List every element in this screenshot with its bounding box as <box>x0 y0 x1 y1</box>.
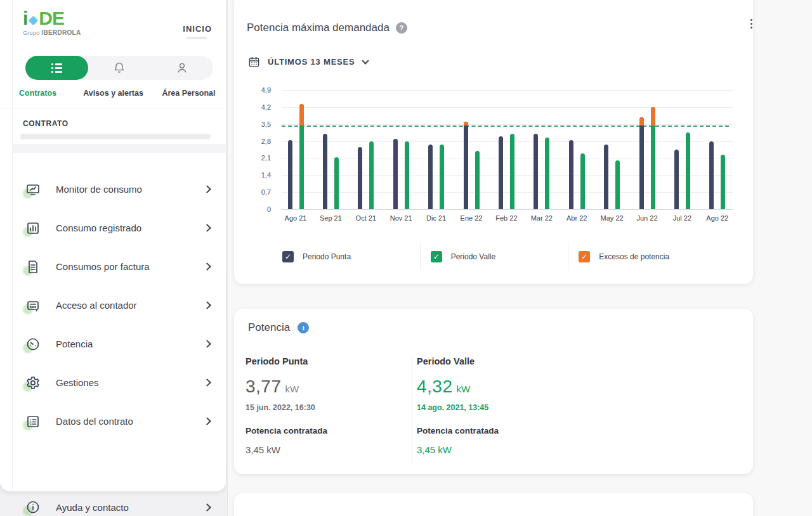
x-tick-label: Oct 21 <box>348 214 384 222</box>
legend-excesos: ✓ Excesos de potencia <box>568 243 716 270</box>
contracted-power-value: 3,45 kW <box>246 444 404 455</box>
inicio-skeleton <box>187 37 207 39</box>
checkbox-periodo-punta[interactable]: ✓ <box>282 251 294 262</box>
logo-diamond-icon <box>29 15 39 25</box>
tab-label-avisos[interactable]: Avisos y alertas <box>75 89 151 98</box>
sidebar-item-datos-del-contrato[interactable]: Datos del contrato <box>0 402 226 441</box>
chevron-right-icon <box>203 378 211 387</box>
bar-punta-Oct-21 <box>358 147 362 209</box>
y-tick-label: 0,7 <box>261 188 271 196</box>
sidebar-item-ayuda-y-contacto[interactable]: Ayuda y contacto <box>0 500 226 515</box>
bar-valle-Oct-21 <box>369 141 374 209</box>
x-tick-label: Jul 22 <box>664 214 700 222</box>
checkbox-periodo-valle[interactable]: ✓ <box>431 251 442 262</box>
bar-valle-Sep-21 <box>334 157 339 209</box>
x-tick-label: Ago 22 <box>700 214 735 222</box>
x-tick-label: Ene 22 <box>454 214 489 222</box>
contracted-power-threshold-line <box>282 126 729 127</box>
sidebar-item-consumos-por-factura[interactable]: Consumos por factura <box>0 247 226 286</box>
bar-valle-Ago-22 <box>721 155 725 209</box>
sidebar-item-label: Consumo registrado <box>56 223 204 233</box>
bar-valle-Jun-22-excess <box>651 107 655 126</box>
monitor-icon <box>25 182 41 197</box>
sidebar-tabbar <box>25 56 213 80</box>
period-selector-label: ÚLTIMOS 13 MESES <box>268 57 355 67</box>
tab-label-area-personal[interactable]: Área Personal <box>151 89 226 98</box>
ide-logo[interactable]: i DE Grupo IBERDROLA <box>23 9 81 36</box>
sidebar-item-label: Consumos por factura <box>56 261 204 272</box>
max-power-datetime: 14 ago. 2021, 13:45 <box>417 403 575 412</box>
bar-valle-Ene-22 <box>475 151 480 209</box>
tab-contratos[interactable] <box>25 56 88 80</box>
tab-label-contratos[interactable]: Contratos <box>0 89 75 98</box>
max-power-value: 4,32 <box>417 377 453 397</box>
chevron-right-icon <box>203 417 211 425</box>
page-title: Potencia máxima demandada <box>247 22 390 34</box>
periodo-punta-column: Periodo Punta 3,77 kW 15 jun. 2022, 16:3… <box>246 356 404 455</box>
bar-punta-Ago-21 <box>288 140 292 209</box>
x-tick-label: Ago 21 <box>278 214 313 222</box>
bar-chart-icon <box>25 221 41 236</box>
calendar-icon <box>248 56 260 68</box>
legend-periodo-valle: ✓ Periodo Valle <box>420 243 568 270</box>
sidebar-item-monitor-de-consumo[interactable]: Monitor de consumo <box>0 170 226 209</box>
checkbox-excesos[interactable]: ✓ <box>579 251 590 262</box>
x-tick-label: May 22 <box>594 214 630 222</box>
sidebar-item-label: Ayuda y contacto <box>56 502 204 513</box>
sidebar-item-consumo-registrado[interactable]: Consumo registrado <box>0 209 226 247</box>
gridline <box>282 107 733 108</box>
sidebar-item-gestiones[interactable]: Gestiones <box>0 363 226 402</box>
help-icon[interactable]: ? <box>396 22 407 34</box>
kebab-menu-icon[interactable] <box>748 16 755 31</box>
contract-skeleton-1 <box>20 134 211 139</box>
bar-punta-Nov-21 <box>393 139 398 209</box>
contract-icon <box>25 414 41 429</box>
x-tick-label: Sep 21 <box>313 214 348 222</box>
info-icon <box>25 500 41 515</box>
bar-valle-Feb-22 <box>510 134 514 209</box>
potencia-card: Potencia i Periodo Punta 3,77 kW 15 jun.… <box>234 309 753 474</box>
potencia-maxima-card: Potencia máxima demandada ? ÚLTIMOS 13 M… <box>234 0 753 284</box>
tab-area-personal[interactable] <box>150 56 213 80</box>
periodo-valle-column: Periodo Valle 4,32 kW 14 ago. 2021, 13:4… <box>417 356 575 455</box>
max-power-value: 3,77 <box>246 377 282 397</box>
period-selector[interactable]: ÚLTIMOS 13 MESES <box>248 56 368 68</box>
x-tick-label: Dic 21 <box>419 214 454 222</box>
inicio-link[interactable]: INICIO <box>183 24 212 34</box>
contract-skeleton-2 <box>13 144 226 153</box>
sidebar-item-potencia[interactable]: Potencia <box>0 325 226 363</box>
tab-avisos[interactable] <box>88 56 151 80</box>
x-tick-label: Mar 22 <box>524 214 560 222</box>
x-tick-label: Nov 21 <box>383 214 419 222</box>
bar-valle-Ago-21-excess <box>299 104 304 125</box>
bar-punta-Abr-22 <box>569 140 573 209</box>
chevron-right-icon <box>203 224 211 232</box>
period-name: Periodo Punta <box>246 356 404 366</box>
bar-valle-Dic-21 <box>440 145 444 209</box>
y-tick-label: 2,1 <box>261 154 271 162</box>
sidebar-item-label: Monitor de consumo <box>56 184 204 195</box>
chart-plot: Ago 21Sep 21Oct 21Nov 21Dic 21Ene 22Feb … <box>282 90 733 209</box>
gridline <box>282 158 733 158</box>
sidebar-item-label: Acceso al contador <box>56 300 204 311</box>
bell-icon <box>113 61 126 74</box>
chevron-down-icon <box>362 57 369 64</box>
bar-punta-Ene-22 <box>464 122 468 209</box>
contrato-section-label: CONTRATO <box>23 119 69 128</box>
gridline <box>282 209 733 210</box>
power-chart: 4,94,23,52,82,11,40,70 Ago 21Sep 21Oct 2… <box>234 90 753 236</box>
y-tick-label: 1,4 <box>261 171 271 179</box>
sidebar: i DE Grupo IBERDROLA INICIO <box>0 0 227 516</box>
logo-de: DE <box>39 9 64 28</box>
gridline <box>282 124 733 125</box>
legend-periodo-punta: ✓ Periodo Punta <box>272 243 420 270</box>
contracted-power-label: Potencia contratada <box>246 426 404 435</box>
max-power-datetime: 15 jun. 2022, 16:30 <box>246 403 404 412</box>
main-content: Potencia máxima demandada ? ÚLTIMOS 13 M… <box>227 0 812 516</box>
meter-icon <box>25 298 41 313</box>
bar-valle-Abr-22 <box>580 153 585 209</box>
sidebar-item-label: Datos del contrato <box>56 416 204 427</box>
info-icon[interactable]: i <box>298 322 309 333</box>
sidebar-item-acceso-al-contador[interactable]: Acceso al contador <box>0 286 226 325</box>
bar-punta-Dic-21 <box>428 145 433 209</box>
